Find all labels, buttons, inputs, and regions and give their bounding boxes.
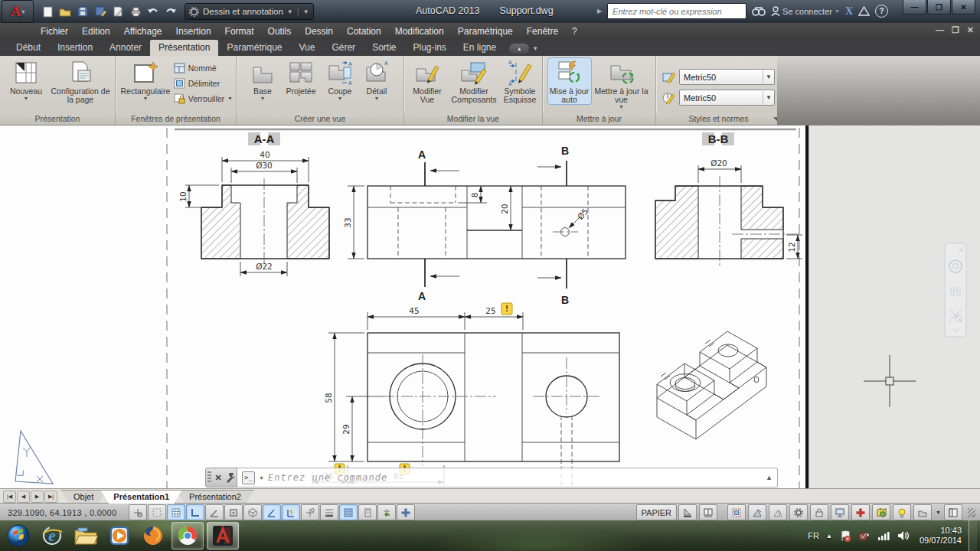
tab-vue[interactable]: Vue [291,40,324,56]
command-grip[interactable]: ✕ [205,468,237,487]
menu-format[interactable]: Format [218,26,261,37]
viewport-named-button[interactable]: Nommé [174,61,233,74]
language-indicator[interactable]: FR [808,531,819,540]
doc-close-icon[interactable]: ✕ [967,25,974,35]
command-line[interactable]: ✕ >_ ▼ Entrez une commande ▲ [205,468,778,487]
update-power-icon[interactable] [858,530,871,542]
paper-space-button[interactable]: PAPIER [636,504,678,520]
media-player-icon[interactable] [104,523,135,549]
tab-enligne[interactable]: En ligne [455,40,505,56]
model-space-icon[interactable] [678,504,697,520]
page-setup-button[interactable]: Configuration de la page [50,58,111,104]
selection-cycling-toggle[interactable] [377,504,396,520]
menu-edition[interactable]: Edition [75,26,117,37]
auto-update-button[interactable]: Mise à jour auto [548,58,591,104]
ribbon-minimize-caret[interactable]: ▼ [532,45,538,52]
prev-layout-button[interactable]: ◀ [17,491,30,503]
edit-components-button[interactable]: Modifier Composants [449,58,499,104]
geo-location-button[interactable] [872,504,890,520]
last-layout-button[interactable]: ▶| [44,491,57,503]
doc-minimize-icon[interactable]: — [936,25,944,35]
annotation-scale-button[interactable] [748,504,766,520]
otrack-toggle[interactable] [263,504,281,520]
menu-parametrique[interactable]: Paramétrique [451,26,520,37]
transparency-toggle[interactable] [339,504,358,520]
save-icon[interactable] [75,5,90,18]
tab-parametrique[interactable]: Paramétrique [218,40,290,56]
menu-dessin[interactable]: Dessin [298,26,340,37]
next-layout-button[interactable]: ▶ [31,491,44,503]
tab-insertion[interactable]: Insertion [49,40,101,56]
open-icon[interactable] [57,5,73,18]
osnap-toggle[interactable] [224,504,243,520]
menu-fenetre[interactable]: Fenêtre [520,26,565,37]
hardware-acceleration-button[interactable] [831,504,849,520]
tab-presentation2[interactable]: Présentation2 [176,490,254,504]
maximize-viewport-button[interactable] [727,504,746,520]
save-as-icon[interactable] [93,5,108,18]
infer-constraints-toggle[interactable] [129,504,147,520]
menu-outils[interactable]: Outils [261,26,299,37]
volume-icon[interactable] [897,530,910,541]
dynamic-ucs-toggle[interactable] [282,504,300,520]
tab-sortie[interactable]: Sortie [364,40,404,56]
ribbon-minimize-button[interactable]: ▲ [509,44,529,54]
tab-objet[interactable]: Objet [60,490,106,504]
viewport-rectangular-button[interactable]: Rectangulaire▼ [119,58,172,101]
trusted-autodesk-button[interactable] [851,504,870,520]
command-input[interactable]: >_ ▼ Entrez une commande ▲ [237,468,778,487]
tab-gerer[interactable]: Gérer [323,40,364,56]
qat-menu-caret[interactable]: ▼ [303,8,309,15]
detail-view-button[interactable]: A Détail▼ [359,58,394,101]
workspace-switcher[interactable]: Dessin et annotation ▼|▼ [185,3,314,20]
command-expand-icon[interactable]: ▲ [766,474,773,481]
doc-restore-icon[interactable]: ❐ [952,25,959,35]
edit-view-button[interactable]: Modifier Vue [407,58,447,104]
view-style-select[interactable]: Metric50▼ [679,69,775,85]
signin-button[interactable]: Se connecter▼ [771,6,840,16]
grid-toggle[interactable] [167,504,185,520]
status-menu-caret[interactable]: ▼ [936,510,941,515]
windows-explorer-icon[interactable] [70,523,101,549]
projected-view-button[interactable]: Projetée [281,58,321,96]
redo-icon[interactable] [163,5,178,18]
dynamic-input-toggle[interactable] [301,504,319,520]
drawing-area[interactable]: A-A 40 Ø30 10 Ø22 [0,126,980,488]
internet-explorer-icon[interactable]: e [37,523,67,549]
recent-commands-caret[interactable]: ▼ [259,475,264,481]
menu-modification[interactable]: Modification [388,26,451,37]
communication-center-icon[interactable] [858,6,870,16]
help-icon[interactable]: ? [875,5,888,18]
annotation-visibility-button[interactable] [769,504,787,520]
tab-presentation[interactable]: Présentation [150,40,218,56]
viewport-clip-button[interactable]: Délimiter [174,77,233,90]
chrome-icon[interactable] [172,522,204,549]
toolbar-lock-button[interactable] [810,504,828,520]
print-icon[interactable] [128,5,143,18]
app-menu-button[interactable]: A▾ [2,0,34,23]
drag-handle-icon[interactable] [207,471,211,484]
new-layout-button[interactable]: Nouveau▼ [4,58,48,101]
close-button[interactable]: ✕ [952,0,975,15]
infocenter-expand-icon[interactable]: ▶ [597,8,602,15]
snap-toggle[interactable] [148,504,166,520]
autocad-taskbar-icon[interactable] [207,522,239,549]
menu-affichage[interactable]: Affichage [117,26,169,37]
isolate-objects-button[interactable] [913,504,932,520]
tab-plugins[interactable]: Plug-ins [404,40,454,56]
polar-toggle[interactable] [205,504,224,520]
network-signal-icon[interactable] [877,530,890,541]
menu-aide[interactable]: ? [565,26,584,37]
ortho-toggle[interactable] [186,504,204,520]
clock[interactable]: 10:43 09/07/2014 [920,526,962,546]
search-input[interactable] [611,6,743,17]
annotation-monitor-toggle[interactable] [397,504,415,520]
exchange-icon[interactable]: X [845,5,853,18]
layout-space-icon[interactable] [699,504,717,520]
new-icon[interactable] [40,5,55,18]
undo-icon[interactable] [145,5,161,18]
action-center-icon[interactable] [839,530,851,542]
lineweight-toggle[interactable] [320,504,338,520]
restore-button[interactable]: ❐ [927,0,951,15]
tab-annoter[interactable]: Annoter [101,40,150,56]
